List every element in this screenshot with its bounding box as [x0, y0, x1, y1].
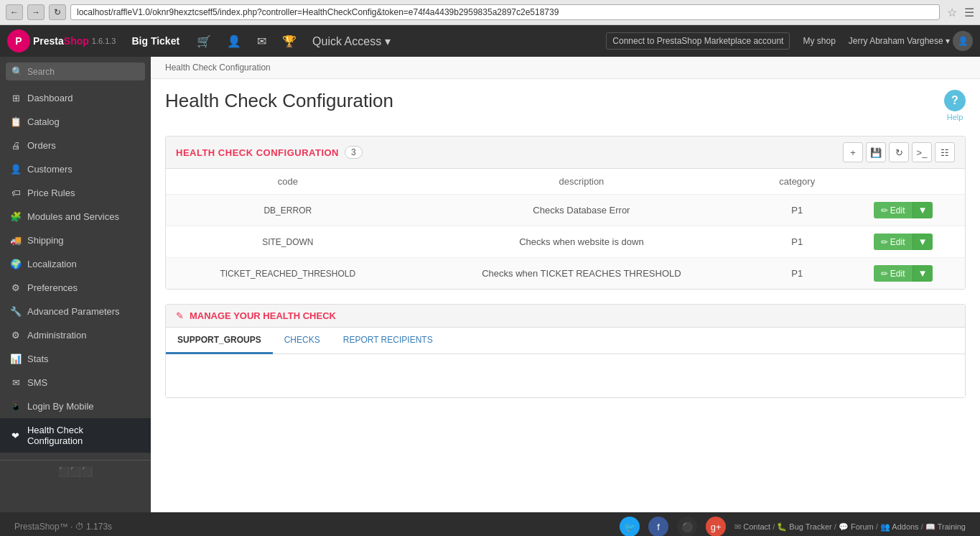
forward-button[interactable]: → [27, 4, 45, 20]
contact-link[interactable]: Contact [743, 522, 770, 531]
page-title: Health Check Configuration [165, 90, 393, 112]
collapse-icon: ⬛⬛⬛ [58, 466, 93, 477]
sidebar-item-label: Shipping [27, 235, 64, 246]
add-button[interactable]: + [843, 142, 863, 162]
tab-checks[interactable]: CHECKS [273, 328, 332, 354]
refresh-button[interactable]: ↻ [49, 4, 66, 20]
table-row: SITE_DOWN Checks when website is down P1… [166, 226, 965, 258]
search-input[interactable] [27, 67, 139, 77]
search-wrap: 🔍 [6, 63, 145, 80]
manage-icon: ✎ [176, 310, 184, 321]
training-icon: 📖 [925, 522, 938, 531]
edit-button[interactable]: ✏ Edit [874, 202, 913, 218]
manage-title: MANAGE YOUR HEALTH CHECK [190, 310, 336, 321]
tab-support-groups[interactable]: SUPPORT_GROUPS [166, 328, 273, 354]
facebook-icon[interactable]: f [648, 517, 668, 536]
addons-icon: 👥 [880, 522, 892, 531]
prestashop-logo: P PrestaShop 1.6.1.3 [7, 29, 116, 52]
email-icon[interactable]: ✉ [253, 32, 271, 51]
cell-code: DB_ERROR [166, 195, 410, 226]
sidebar-item-preferences[interactable]: ⚙ Preferences [0, 276, 151, 300]
avatar: 👤 [953, 31, 973, 51]
search-box: 🔍 [0, 57, 151, 86]
sidebar-item-label: Stats [27, 354, 49, 364]
sidebar-item-shipping[interactable]: 🚚 Shipping [0, 228, 151, 252]
sidebar-item-label: Administration [27, 330, 86, 341]
person-icon[interactable]: 👤 [223, 32, 246, 51]
health-check-card: HEALTH CHECK CONFIGURATION 3 + 💾 ↻ >_ ☷ [165, 136, 966, 290]
sidebar-item-label: Localization [27, 259, 77, 269]
addons-link[interactable]: Addons [892, 522, 918, 531]
url-bar[interactable] [70, 4, 940, 20]
footer-link-separator: ✉ [734, 522, 743, 531]
github-icon[interactable]: ⚫ [677, 517, 697, 536]
top-navbar: P PrestaShop 1.6.1.3 Big Ticket 🛒 👤 ✉ 🏆 … [0, 25, 980, 57]
user-menu[interactable]: Jerry Abraham Varghese ▾ 👤 [849, 31, 973, 51]
forum-link[interactable]: Forum [851, 522, 874, 531]
sidebar-item-advanced[interactable]: 🔧 Advanced Parameters [0, 300, 151, 323]
table-row: TICKET_REACHED_THRESHOLD Checks when TIC… [166, 258, 965, 290]
gplus-icon[interactable]: g+ [706, 517, 726, 536]
sidebar-item-customers[interactable]: 👤 Customers [0, 157, 151, 181]
sidebar-item-login-mobile[interactable]: 📱 Login By Mobile [0, 394, 151, 418]
quick-access-btn[interactable]: Quick Access ▾ [308, 32, 394, 51]
health-check-table: code description category DB_ERROR Check… [166, 169, 965, 289]
browser-menu-icon[interactable]: ☰ [964, 6, 974, 19]
edit-dropdown-button[interactable]: ▼ [913, 234, 933, 250]
preferences-icon: ⚙ [10, 282, 22, 293]
refresh-button[interactable]: ↻ [889, 142, 909, 162]
logo-text: PrestaShop [33, 35, 89, 47]
sidebar-item-localization[interactable]: 🌍 Localization [0, 252, 151, 276]
sidebar-item-price-rules[interactable]: 🏷 Price Rules [0, 181, 151, 205]
edit-dropdown-button[interactable]: ▼ [913, 202, 933, 218]
sidebar-item-modules[interactable]: 🧩 Modules and Services [0, 205, 151, 228]
sidebar-item-administration[interactable]: ⚙ Administration [0, 323, 151, 347]
edit-button[interactable]: ✏ Edit [874, 265, 913, 282]
sidebar-collapse-btn[interactable]: ⬛⬛⬛ [0, 460, 151, 483]
marketplace-btn[interactable]: Connect to PrestaShop Marketplace accoun… [606, 32, 790, 50]
export-button[interactable]: 💾 [866, 142, 886, 162]
sidebar-item-label: Health Check Configuration [27, 425, 141, 446]
sidebar-item-label: Dashboard [27, 93, 73, 103]
sidebar-item-sms[interactable]: ✉ SMS [0, 371, 151, 394]
col-description: description [410, 169, 754, 195]
card-count: 3 [345, 146, 363, 159]
breadcrumb: Health Check Configuration [151, 57, 980, 79]
tab-report-recipients[interactable]: REPORT RECIPIENTS [332, 328, 444, 354]
back-button[interactable]: ← [6, 4, 23, 20]
grid-button[interactable]: ☷ [935, 142, 955, 162]
shop-name[interactable]: Big Ticket [131, 35, 179, 47]
myshop-btn[interactable]: My shop [797, 33, 841, 49]
customers-icon: 👤 [10, 164, 22, 175]
bugtracker-link[interactable]: Bug Tracker [789, 522, 831, 531]
edit-button[interactable]: ✏ Edit [874, 234, 913, 250]
content-inner: Health Check Configuration Health Check … [151, 57, 980, 512]
administration-icon: ⚙ [10, 330, 22, 341]
sidebar-item-stats[interactable]: 📊 Stats [0, 347, 151, 371]
twitter-icon[interactable]: 🐦 [620, 517, 640, 536]
sidebar-item-health-check[interactable]: ❤ Health Check Configuration [0, 418, 151, 453]
sidebar-item-label: Customers [27, 164, 73, 175]
search-icon: 🔍 [11, 66, 23, 77]
sidebar-item-catalog[interactable]: 📋 Catalog [0, 110, 151, 134]
trophy-icon[interactable]: 🏆 [278, 32, 301, 51]
help-circle: ? [944, 90, 966, 111]
dashboard-icon: ⊞ [10, 93, 22, 103]
breadcrumb-text: Health Check Configuration [165, 63, 271, 73]
training-link[interactable]: Training [938, 522, 966, 531]
card-header-actions: + 💾 ↻ >_ ☷ [843, 142, 955, 162]
localization-icon: 🌍 [10, 259, 22, 269]
sidebar-item-orders[interactable]: 🖨 Orders [0, 134, 151, 157]
bookmark-icon[interactable]: ☆ [947, 6, 957, 19]
help-button[interactable]: ? Help [944, 90, 966, 121]
catalog-icon: 📋 [10, 116, 22, 127]
cart-icon[interactable]: 🛒 [192, 32, 215, 51]
main-content: Health Check Configuration Health Check … [151, 57, 980, 512]
main-layout: 🔍 ⊞ Dashboard 📋 Catalog 🖨 Orders 👤 Custo… [0, 57, 980, 512]
cell-description: Checks Database Error [410, 195, 754, 226]
edit-dropdown-button[interactable]: ▼ [913, 265, 933, 282]
sidebar-item-dashboard[interactable]: ⊞ Dashboard [0, 86, 151, 110]
cell-code: TICKET_REACHED_THRESHOLD [166, 258, 410, 290]
price-rules-icon: 🏷 [10, 188, 22, 198]
sql-button[interactable]: >_ [912, 142, 932, 162]
